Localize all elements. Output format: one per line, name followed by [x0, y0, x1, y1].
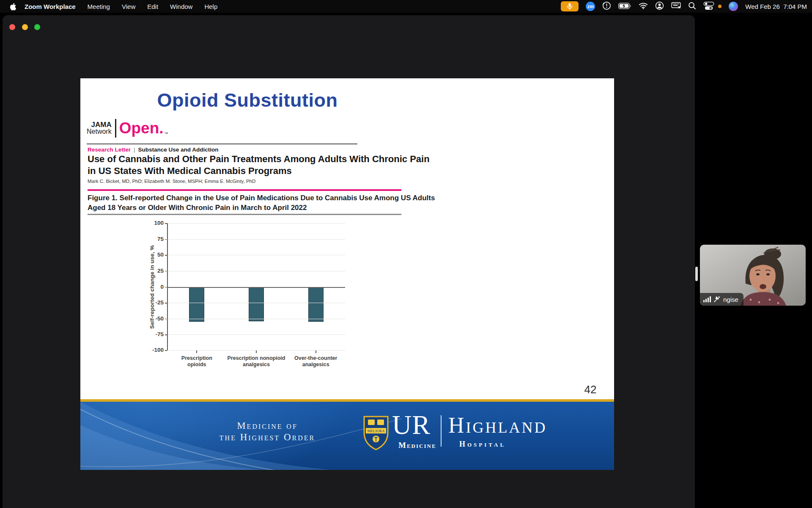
article-title-line1: Use of Cannabis and Other Pain Treatment…	[88, 153, 430, 165]
pinned-icon	[714, 296, 720, 303]
control-center-icon[interactable]	[703, 2, 715, 11]
participant-name-tag: ngise	[700, 293, 743, 306]
battery-charging-icon[interactable]	[618, 3, 631, 11]
article-authors: Mark C. Bicket, MD, PhD; Elizabeth M. St…	[88, 179, 255, 184]
jama-open-wordmark: Open.	[119, 120, 164, 137]
gridline--25	[167, 303, 345, 303]
jama-trademark: ™	[165, 132, 168, 136]
article-section: Substance Use and Addiction	[138, 146, 219, 153]
motto-line2: the Highest Order	[187, 431, 348, 443]
menu-bar-status-area: zm	[561, 0, 807, 13]
window-zoom-button[interactable]	[34, 24, 40, 30]
user-account-icon[interactable]	[655, 1, 664, 11]
category-separator: |	[131, 146, 138, 153]
bar-2	[249, 287, 264, 321]
x-category-label-3: Over-the-counter analgesics	[280, 355, 352, 368]
y-tick-label-100: 100	[145, 220, 164, 226]
menu-window[interactable]: Window	[170, 3, 192, 10]
y-tick-mark	[165, 350, 167, 351]
menu-items: MeetingViewEditWindowHelp	[88, 3, 218, 10]
y-tick-label-50: 50	[145, 251, 164, 258]
gridline-25	[167, 271, 345, 271]
y-tick-label--25: -25	[145, 299, 164, 306]
spotlight-search-icon[interactable]	[688, 2, 696, 11]
y-tick-label--75: -75	[145, 331, 164, 337]
menu-meeting[interactable]: Meeting	[88, 3, 110, 10]
presentation-slide: Opioid Substitution JAMA Network Open. ™…	[80, 78, 614, 470]
window-close-button[interactable]	[9, 24, 15, 30]
gridline-75	[167, 239, 345, 240]
article-category-line: Research Letter|Substance Use and Addict…	[88, 146, 219, 153]
bar-chart: Self-reported change in use, % 100755025…	[80, 223, 376, 369]
jama-logo-line1: JAMA	[87, 121, 112, 128]
y-tick-mark	[165, 223, 167, 224]
header-rule	[87, 144, 357, 144]
gridline-100	[167, 223, 345, 224]
x-tick-mark	[256, 351, 257, 353]
slide-footer: Medicine of the Highest Order MELIORA UR…	[80, 402, 614, 470]
figure-rule-top	[88, 189, 401, 191]
menu-edit[interactable]: Edit	[147, 3, 158, 10]
svg-text:MELIORA: MELIORA	[368, 429, 385, 433]
article-title: Use of Cannabis and Other Pain Treatment…	[88, 153, 430, 177]
zoom-app-icon[interactable]: zm	[586, 2, 595, 11]
siri-icon[interactable]	[729, 2, 738, 11]
y-tick-mark	[165, 287, 167, 288]
apple-logo-icon	[9, 3, 16, 11]
figure-caption: Figure 1. Self-reported Change in the Us…	[88, 193, 435, 213]
keyboard-viewer-icon[interactable]	[671, 2, 681, 11]
highland-hospital-label: Hospital	[459, 440, 506, 449]
app-name[interactable]: Zoom Workplace	[25, 3, 76, 10]
gridline-0	[167, 287, 345, 288]
jama-network-open-logo: JAMA Network Open. ™	[87, 119, 168, 138]
participant-video-tile[interactable]: ngise	[700, 245, 806, 306]
notification-dot-icon	[718, 5, 721, 8]
menu-view[interactable]: View	[122, 3, 135, 10]
slide-title: Opioid Substitution	[80, 89, 414, 111]
highland-wordmark: Highland	[448, 413, 547, 438]
window-minimize-button[interactable]	[22, 24, 28, 30]
menu-bar-clock[interactable]: Wed Feb 26 7:04 PM	[745, 3, 807, 10]
menu-bar: Zoom Workplace MeetingViewEditWindowHelp…	[0, 0, 812, 13]
article-category: Research Letter	[88, 146, 131, 153]
y-tick-mark	[165, 334, 167, 335]
y-tick-label-0: 0	[145, 284, 164, 290]
ur-medicine-label: Medicine	[398, 441, 436, 450]
sync-alert-icon[interactable]	[602, 1, 611, 11]
y-tick-label--100: -100	[145, 347, 164, 353]
signal-strength-icon	[703, 296, 711, 302]
motto-line1: Medicine of	[187, 420, 348, 431]
figure-caption-line1: Figure 1. Self-reported Change in the Us…	[88, 193, 435, 203]
y-tick-label--50: -50	[145, 315, 164, 322]
article-title-line2: in US States With Medical Cannabis Progr…	[88, 165, 430, 177]
gridline-50	[167, 255, 345, 255]
slide-page-number: 42	[579, 383, 601, 396]
menu-help[interactable]: Help	[204, 3, 217, 10]
microphone-active-icon[interactable]	[561, 1, 579, 11]
y-tick-mark	[165, 239, 167, 240]
ur-crest-icon: MELIORA	[363, 415, 389, 451]
zoom-share-window: Opioid Substitution JAMA Network Open. ™…	[3, 15, 695, 508]
wifi-icon[interactable]	[639, 2, 648, 11]
figure-rule-bottom	[88, 214, 401, 215]
mic-glyph-icon	[567, 3, 573, 10]
jama-logo-divider	[115, 119, 116, 138]
jama-logo-line2: Network	[87, 128, 112, 135]
y-tick-mark	[165, 271, 167, 272]
x-tick-mark	[315, 351, 316, 353]
footer-logo-divider	[441, 415, 442, 447]
bar-1	[189, 287, 204, 322]
ur-wordmark: UR	[392, 409, 431, 441]
figure-caption-line2: Aged 18 Years or Older With Chronic Pain…	[88, 203, 435, 213]
bar-3	[308, 287, 324, 322]
y-tick-label-75: 75	[145, 236, 164, 242]
gridline--50	[167, 319, 345, 319]
apple-menu[interactable]	[9, 3, 16, 11]
video-panel-drag-handle[interactable]	[695, 267, 698, 281]
y-tick-mark	[165, 255, 167, 256]
y-tick-mark	[165, 319, 167, 320]
gridline--75	[167, 334, 345, 335]
participant-name: ngise	[723, 296, 738, 303]
x-tick-mark	[196, 351, 197, 353]
y-tick-mark	[165, 303, 167, 304]
